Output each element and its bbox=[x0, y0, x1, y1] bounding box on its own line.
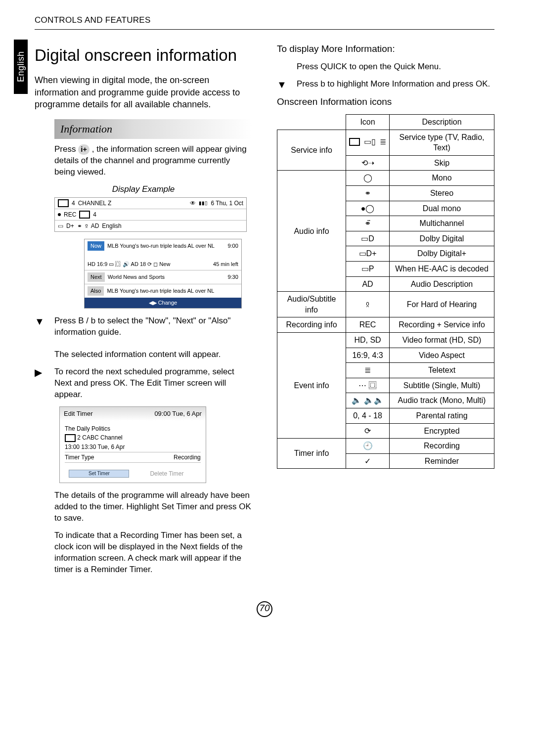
channel-number: 4 bbox=[72, 199, 75, 207]
now-tag: Now bbox=[88, 241, 104, 251]
description-cell: Recording bbox=[390, 439, 494, 454]
icon-cell: ▭▯ ≣ bbox=[346, 130, 390, 155]
header-label: CONTROLS AND FEATURES bbox=[35, 15, 494, 26]
icon-cell: 16:9, 4:3 bbox=[346, 348, 390, 363]
description-cell: Multichannel bbox=[390, 216, 494, 231]
category-cell: Timer info bbox=[277, 439, 346, 469]
description-cell: Mono bbox=[390, 171, 494, 186]
change-hint: ◀▶ Change bbox=[85, 298, 241, 308]
timer-service: 2 CABC Channel bbox=[77, 434, 122, 441]
step3-text: To record the next scheduled programme, … bbox=[54, 366, 252, 400]
rec-dot-icon bbox=[58, 213, 61, 216]
table-row: Audio/Subtitle info𐑙For Hard of Hearing bbox=[277, 292, 494, 317]
tv-icon-3 bbox=[65, 434, 76, 442]
description-cell: Video format (HD, SD) bbox=[390, 333, 494, 348]
audio-lang: English bbox=[102, 222, 121, 230]
description-cell: Service type (TV, Radio, Text) bbox=[390, 130, 494, 155]
page-title: Digital onscreen information bbox=[35, 44, 252, 67]
icon-cell: 𐑙 bbox=[346, 292, 390, 317]
category-cell: Service info bbox=[277, 130, 346, 171]
icon-cell: ⚭ bbox=[346, 186, 390, 201]
now-next-also-box: Now MLB Young's two-run triple leads AL … bbox=[84, 239, 242, 308]
edit-timer-box: Edit Timer 09:00 Tue, 6 Apr The Daily Po… bbox=[59, 406, 206, 483]
header-rule bbox=[35, 29, 494, 30]
right-column: To display More Information: Press QUICK… bbox=[277, 40, 494, 581]
icon-cell: ▭D+ bbox=[346, 246, 390, 262]
now-time: 9:00 bbox=[227, 242, 238, 250]
display-date: 6 Thu, 1 Oct bbox=[211, 199, 243, 207]
tv-icon bbox=[58, 199, 69, 207]
description-cell: Recording + Service info bbox=[390, 317, 494, 333]
display-example-caption: Display Example bbox=[35, 184, 252, 195]
step2-text: Press B / b to select the "Now", "Next" … bbox=[54, 315, 252, 338]
description-cell: Video Aspect bbox=[390, 348, 494, 363]
time-left: 45 min left bbox=[213, 261, 238, 268]
also-tag: Also bbox=[88, 286, 104, 296]
description-cell: Skip bbox=[390, 155, 494, 171]
icon-cell: 0, 4 - 18 bbox=[346, 408, 390, 423]
right-arrow-icon bbox=[35, 366, 54, 377]
more-info-text: Press b to highlight More Information an… bbox=[297, 79, 490, 90]
next-tag: Next bbox=[88, 272, 105, 282]
table-corner bbox=[277, 115, 346, 130]
text-icon: ≣ bbox=[380, 136, 386, 147]
page: CONTROLS AND FEATURES English Digital on… bbox=[0, 0, 534, 632]
language-tab: English bbox=[14, 40, 28, 94]
icon-cell: ⟳ bbox=[346, 423, 390, 439]
table-row: Event infoHD, SDVideo format (HD, SD) bbox=[277, 333, 494, 348]
icons-heading: Onscreen Information icons bbox=[277, 95, 494, 108]
rec-label: REC bbox=[64, 211, 76, 219]
info-paragraph: Press i+ , the information screen will a… bbox=[54, 144, 252, 178]
rec-channel: 4 bbox=[93, 211, 96, 219]
description-cell: Dolby Digital+ bbox=[390, 246, 494, 262]
icon-cell: 🕘 bbox=[346, 439, 390, 454]
stereo-icon: ⚭ bbox=[77, 222, 82, 230]
description-cell: Reminder bbox=[390, 453, 494, 469]
also-program: MLB Young's two-run triple leads AL over… bbox=[107, 287, 214, 295]
table-row: Timer info🕘Recording bbox=[277, 439, 494, 454]
th-description: Description bbox=[390, 115, 494, 130]
category-cell: Event info bbox=[277, 333, 346, 439]
more-info-step: Press b to highlight More Information an… bbox=[277, 79, 494, 90]
p1a: Press bbox=[54, 144, 78, 154]
radio-icon: ▭▯ bbox=[364, 136, 376, 147]
tv-icon bbox=[349, 138, 360, 146]
description-cell: When HE-AAC is decoded bbox=[390, 262, 494, 277]
description-cell: Subtitle (Single, Multi) bbox=[390, 378, 494, 393]
intro-text: When viewing in digital mode, the on-scr… bbox=[35, 74, 252, 110]
onscreen-icons-table: Icon Description Service info ▭▯ ≣Servic… bbox=[277, 114, 494, 469]
next-time: 9:30 bbox=[227, 273, 238, 281]
category-cell: Recording info bbox=[277, 317, 346, 333]
timer-programme: The Daily Politics bbox=[65, 425, 201, 433]
delete-timer-button[interactable]: Delete Timer bbox=[137, 470, 196, 478]
next-program: World News and Sports bbox=[108, 273, 165, 281]
info-button-icon: i+ bbox=[78, 144, 89, 154]
th-icon: Icon bbox=[346, 115, 390, 130]
icon-cell: HD, SD bbox=[346, 333, 390, 348]
down-arrow-icon bbox=[35, 315, 54, 326]
feature-icons: HD 16:9 ▭ ⿴ 🔊 AD 18 ⟳ ◻ New bbox=[88, 261, 170, 268]
timer-detail-text: The details of the programme will alread… bbox=[54, 490, 252, 524]
signal-icon: ▮▮▯ bbox=[199, 200, 208, 207]
now-program: MLB Young's two-run triple leads AL over… bbox=[107, 242, 215, 250]
left-column: Digital onscreen information When viewin… bbox=[35, 40, 252, 581]
table-row: Service info ▭▯ ≣Service type (TV, Radio… bbox=[277, 130, 494, 155]
icon-cell: ●◯ bbox=[346, 201, 390, 216]
step-select-guide: Press B / b to select the "Now", "Next" … bbox=[35, 315, 252, 361]
display-example-box: 4 CHANNEL Z 👁 ▮▮▯ 6 Thu, 1 Oct REC 4 ▭ D… bbox=[54, 197, 247, 232]
icon-cell: AD bbox=[346, 276, 390, 292]
description-cell: Parental rating bbox=[390, 408, 494, 423]
description-cell: Stereo bbox=[390, 186, 494, 201]
procedure-heading: To display More Information: bbox=[277, 43, 494, 55]
icon-cell: REC bbox=[346, 317, 390, 333]
set-timer-button[interactable]: Set Timer bbox=[69, 470, 129, 478]
icon-cell: ✓ bbox=[346, 453, 390, 469]
dolby-label: D+ bbox=[66, 222, 74, 230]
channel-name: CHANNEL Z bbox=[78, 199, 112, 207]
step-record-next: To record the next scheduled programme, … bbox=[35, 366, 252, 400]
table-row: Recording infoRECRecording + Service inf… bbox=[277, 317, 494, 333]
timer-type-value: Recording bbox=[174, 453, 201, 461]
timer-icon-text: To indicate that a Recording Timer has b… bbox=[54, 530, 252, 576]
eye-icon: 👁 bbox=[190, 199, 196, 207]
icon-cell: ⚭̈ bbox=[346, 216, 390, 231]
